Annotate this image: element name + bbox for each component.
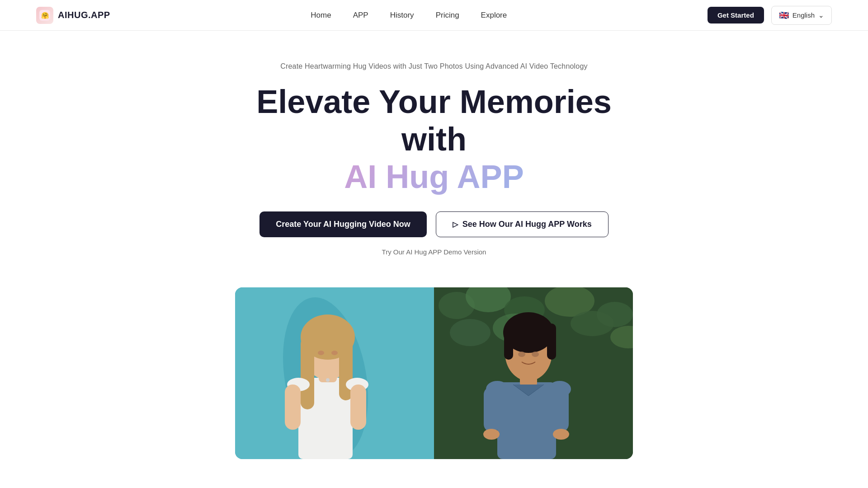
svg-point-25 — [571, 311, 614, 336]
svg-point-12 — [326, 378, 330, 382]
hero-title-line1: Elevate Your Memories with — [256, 84, 612, 157]
person-image-right — [434, 287, 633, 459]
svg-point-43 — [553, 429, 569, 440]
svg-rect-16 — [350, 385, 366, 430]
svg-point-36 — [518, 352, 525, 357]
flag-icon: 🇬🇧 — [779, 10, 789, 20]
play-icon: ▷ — [453, 220, 458, 229]
get-started-button[interactable]: Get Started — [708, 7, 764, 23]
nav-pricing[interactable]: Pricing — [436, 11, 459, 20]
svg-rect-41 — [553, 387, 569, 432]
hero-section: Create Heartwarming Hug Videos with Just… — [0, 31, 868, 283]
language-selector[interactable]: 🇬🇧 English ⌄ — [771, 6, 832, 25]
svg-text:🤗: 🤗 — [41, 12, 49, 19]
navbar: 🤗 AIHUG.APP Home APP History Pricing Exp… — [0, 0, 868, 31]
how-it-works-button[interactable]: ▷ See How Our AI Hugg APP Works — [436, 211, 609, 237]
logo-icon: 🤗 — [36, 7, 53, 24]
svg-point-42 — [483, 429, 500, 440]
svg-rect-40 — [484, 387, 500, 432]
svg-rect-15 — [285, 385, 301, 430]
svg-point-11 — [331, 351, 338, 355]
nav-home[interactable]: Home — [311, 11, 331, 20]
hero-images — [235, 287, 633, 459]
nav-explore[interactable]: Explore — [481, 11, 507, 20]
language-arrow: ⌄ — [818, 11, 824, 19]
left-person-svg — [235, 287, 434, 459]
language-label: English — [793, 11, 815, 19]
hero-subtitle: Create Heartwarming Hug Videos with Just… — [280, 62, 588, 70]
person-image-left — [235, 287, 434, 459]
nav-history[interactable]: History — [390, 11, 414, 20]
hero-title: Elevate Your Memories with AI Hug APP — [231, 83, 637, 195]
logo-text: AIHUG.APP — [58, 10, 110, 20]
right-person-svg — [434, 287, 633, 459]
hero-buttons: Create Your AI Hugging Video Now ▷ See H… — [259, 211, 608, 237]
nav-links: Home APP History Pricing Explore — [311, 11, 507, 20]
svg-point-37 — [532, 352, 539, 357]
svg-rect-8 — [301, 337, 314, 409]
how-it-works-label: See How Our AI Hugg APP Works — [462, 220, 592, 229]
svg-rect-34 — [547, 324, 556, 360]
hero-title-line2: AI Hug APP — [231, 158, 637, 196]
nav-app[interactable]: APP — [353, 11, 368, 20]
navbar-actions: Get Started 🇬🇧 English ⌄ — [708, 6, 832, 25]
demo-link[interactable]: Try Our AI Hug APP Demo Version — [382, 248, 486, 256]
hero-image-section — [0, 283, 868, 459]
svg-rect-35 — [504, 328, 513, 360]
logo-link[interactable]: 🤗 AIHUG.APP — [36, 7, 110, 24]
create-video-button[interactable]: Create Your AI Hugging Video Now — [259, 211, 426, 237]
svg-point-23 — [450, 319, 491, 346]
svg-point-10 — [318, 351, 324, 355]
